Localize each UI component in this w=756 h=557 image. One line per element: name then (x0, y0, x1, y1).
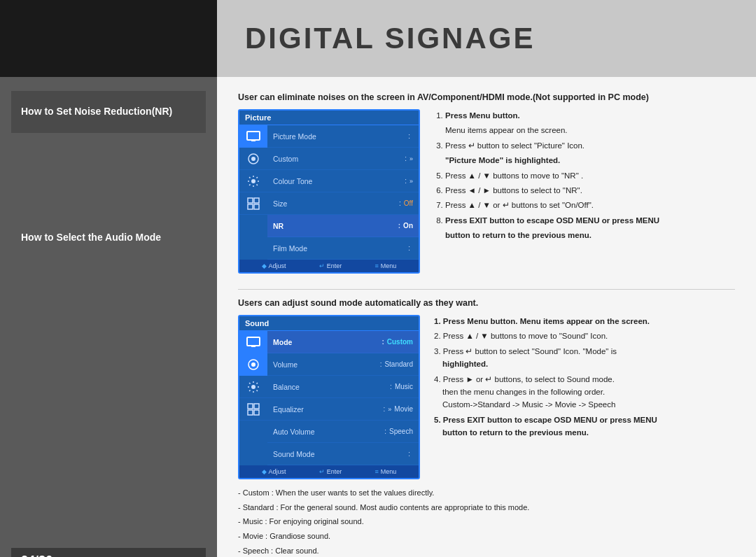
audio-note-5: - Speech : Clear sound. (238, 544, 735, 557)
header-black-block (0, 0, 217, 77)
audio-step-2: 2. Press ▲ / ▼ buttons to move to "Sound… (434, 330, 735, 342)
osd-footer-menu: ≡ Menu (375, 262, 397, 269)
svg-point-13 (251, 385, 255, 389)
audio-step-3: 3. Press ↵ button to select "Sound" Icon… (434, 345, 735, 358)
svg-rect-16 (248, 410, 253, 415)
svg-rect-10 (251, 346, 255, 347)
audio-note-4: - Movie : Grandiose sound. (238, 530, 735, 543)
osd-row-picture-mode: Picture Mode : (267, 125, 419, 148)
audio-step-5b: button to return to the previous menu. (434, 426, 735, 439)
osd-icon-settings (239, 170, 267, 192)
audio-osd-icon-picture (239, 331, 267, 353)
noise-osd-footer: ◆ Adjust ↵ Enter ≡ Menu (239, 260, 419, 272)
svg-rect-7 (248, 204, 253, 209)
audio-footer-menu: ≡ Menu (375, 468, 397, 475)
audio-note-1: - Custom : When the user wants to set th… (238, 486, 735, 500)
svg-rect-15 (254, 404, 259, 409)
svg-rect-14 (248, 404, 253, 409)
audio-osd-row-balance: Balance : Music (267, 376, 419, 398)
audio-osd-icon-grid (239, 398, 267, 421)
osd-row-size: Size : Off (267, 192, 419, 215)
audio-steps: 1. Press Menu button. Menu items appear … (434, 315, 735, 479)
audio-step-4b: then the menu changes in the following o… (434, 386, 735, 398)
audio-osd-row-volume: Volume : Standard (267, 353, 419, 376)
osd-footer-enter: ↵ Enter (319, 262, 342, 269)
sidebar-item-noise: How to Set Noise Reduction(NR) (11, 91, 206, 133)
svg-rect-0 (247, 132, 260, 140)
noise-step-1: Press Menu button. (445, 109, 735, 122)
section-divider (238, 289, 735, 290)
audio-intro: Users can adjust sound mode automaticall… (238, 298, 735, 308)
svg-rect-1 (251, 140, 255, 141)
sidebar-sections: How to Set Noise Reduction(NR) How to Se… (11, 91, 206, 258)
audio-note-2: - Standard : For the general sound. Most… (238, 501, 735, 514)
noise-step-7: Press ▲ / ▼ or ↵ buttons to set "On/Off"… (445, 199, 735, 211)
noise-osd-body: Picture Mode : Custom : » (239, 125, 419, 260)
noise-step-2: Menu items appear on the screen. (434, 124, 735, 136)
osd-row-nr: NR : On (267, 215, 419, 237)
svg-point-12 (251, 362, 255, 367)
audio-footer-enter: ↵ Enter (319, 468, 342, 475)
noise-osd-menu: Picture (238, 109, 420, 274)
svg-rect-17 (254, 410, 259, 415)
noise-section: User can eliminate noises on the screen … (238, 92, 735, 274)
noise-step-8: Press EXIT button to escape OSD MENU or … (445, 214, 735, 227)
page-title: DIGITAL SIGNAGE (245, 22, 535, 55)
audio-osd-menu: Sound (238, 315, 420, 479)
audio-step-1: 1. Press Menu button. Menu items appear … (434, 315, 735, 327)
audio-osd-rows: Mode : Custom Volume : Standard (267, 331, 419, 465)
noise-step-4: "Picture Mode" is highlighted. (434, 154, 735, 167)
osd-footer-adjust: ◆ Adjust (262, 262, 286, 269)
audio-osd-row-mode: Mode : Custom (267, 331, 419, 353)
noise-step-5: Press ▲ / ▼ buttons to move to "NR" . (445, 169, 735, 182)
audio-osd-title: Sound (239, 316, 419, 331)
svg-point-3 (251, 157, 255, 161)
noise-body: Picture (238, 109, 735, 274)
osd-icon-grid (239, 192, 267, 215)
audio-osd-icon-sound (239, 353, 267, 376)
osd-icon-sound (239, 148, 267, 170)
body: How to Set Noise Reduction(NR) How to Se… (0, 77, 756, 557)
audio-step-3b: highlighted. (434, 358, 735, 370)
audio-osd-footer: ◆ Adjust ↵ Enter ≡ Menu (239, 465, 419, 478)
page-number: 24/36 (11, 548, 206, 557)
noise-step-9: button to return to the previous menu. (434, 229, 735, 241)
main-content: User can eliminate noises on the screen … (217, 77, 756, 557)
sidebar-item-audio: How to Select the Audio Mode (11, 217, 206, 259)
audio-footer-adjust: ◆ Adjust (262, 468, 286, 475)
osd-row-colour-tone: Colour Tone : » (267, 170, 419, 192)
svg-point-4 (251, 179, 255, 183)
audio-osd-body: Mode : Custom Volume : Standard (239, 331, 419, 465)
header: DIGITAL SIGNAGE (0, 0, 756, 77)
noise-step-3: Press ↵ button to select "Picture" Icon. (445, 139, 735, 152)
audio-section: Users can adjust sound mode automaticall… (238, 298, 735, 557)
audio-note-3: - Music : For enjoying original sound. (238, 515, 735, 528)
audio-osd-row-equalizer: Equalizer : » Movie (267, 398, 419, 421)
svg-rect-8 (254, 204, 259, 209)
sidebar: How to Set Noise Reduction(NR) How to Se… (0, 77, 217, 557)
audio-osd-row-autovolume: Auto Volume : Speech (267, 421, 419, 443)
noise-osd-icons (239, 125, 267, 260)
noise-step-6: Press ◄ / ► buttons to select to "NR". (445, 184, 735, 197)
audio-osd-icon-settings (239, 376, 267, 398)
osd-row-custom: Custom : » (267, 148, 419, 170)
noise-intro: User can eliminate noises on the screen … (238, 92, 735, 102)
audio-osd-icons (239, 331, 267, 465)
noise-osd-title: Picture (239, 111, 419, 125)
osd-icon-picture (239, 125, 267, 148)
noise-osd-rows: Picture Mode : Custom : » (267, 125, 419, 260)
audio-step-4: 4. Press ► or ↵ buttons, to select to So… (434, 373, 735, 386)
audio-step-5: 5. Press EXIT button to escape OSD MENU … (434, 414, 735, 426)
audio-step-4c: Custom->Standard -> Music -> Movie -> Sp… (434, 398, 735, 411)
svg-rect-5 (248, 198, 253, 203)
noise-steps: Press Menu button. Menu items appear on … (434, 109, 735, 274)
svg-rect-9 (247, 337, 260, 346)
svg-rect-6 (254, 198, 259, 203)
audio-osd-row-soundmode: Sound Mode : (267, 443, 419, 465)
header-gray-block: DIGITAL SIGNAGE (217, 0, 756, 77)
audio-notes: - Custom : When the user wants to set th… (238, 486, 735, 557)
osd-row-film-mode: Film Mode : (267, 237, 419, 260)
audio-body: Sound (238, 315, 735, 479)
